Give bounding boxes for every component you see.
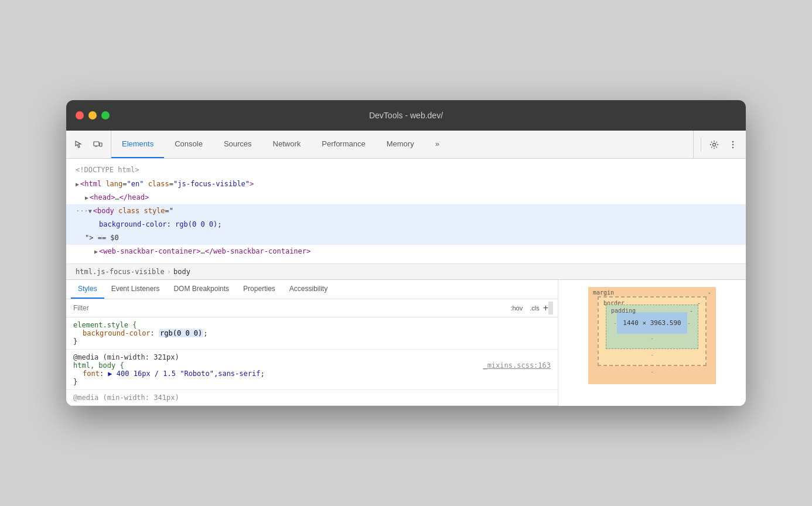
css-selector[interactable]: element.style { (73, 321, 137, 329)
window-title: DevTools - web.dev/ (369, 111, 443, 120)
margin-dash: - (708, 289, 711, 296)
tab-more[interactable]: » (425, 131, 450, 158)
svg-point-5 (732, 144, 733, 145)
close-button[interactable] (76, 111, 84, 119)
filter-bar: :hov .cls + (66, 299, 558, 317)
breadcrumb: html.js-focus-visible › body (66, 264, 746, 280)
dom-line-body[interactable]: ···▼<body class style=" (66, 204, 746, 218)
toolbar-actions (693, 131, 746, 158)
svg-point-4 (732, 141, 733, 142)
box-model-panel: margin - border - padding - - (558, 280, 746, 406)
breadcrumb-item-html[interactable]: html.js-focus-visible (76, 268, 165, 276)
css-rules-panel: element.style { background-color: rgb(0 … (66, 317, 558, 406)
margin-bottom-dash: - (598, 366, 707, 375)
box-content: 1440 × 3963.590 (617, 312, 687, 334)
subtab-list: Styles Event Listeners DOM Breakpoints P… (66, 280, 558, 299)
more-options-button[interactable] (725, 136, 741, 153)
css-rule-element-style: element.style { background-color: rgb(0 … (66, 317, 558, 350)
tab-sources[interactable]: Sources (213, 131, 262, 158)
toolbar-icons (66, 131, 111, 158)
device-toolbar-button[interactable] (90, 136, 106, 153)
toolbar: Elements Console Sources Network Perform… (66, 131, 746, 159)
filter-scrollbar[interactable] (548, 302, 553, 314)
expand-icon: ▶ (94, 248, 98, 255)
dom-line-snackbar[interactable]: ▶<web-snackbar-container>…</web-snackbar… (66, 245, 746, 258)
svg-point-6 (732, 147, 733, 148)
hov-filter-button[interactable]: :hov (507, 303, 526, 313)
css-value-highlight[interactable]: rgb(0 0 0) (159, 329, 203, 337)
inspect-element-button[interactable] (71, 136, 87, 153)
styles-panel: Styles Event Listeners DOM Breakpoints P… (66, 280, 746, 406)
minimize-button[interactable] (88, 111, 97, 119)
subtab-event-listeners[interactable]: Event Listeners (104, 280, 167, 299)
tab-elements[interactable]: Elements (111, 131, 164, 158)
padding-label: padding (611, 307, 636, 314)
tab-memory[interactable]: Memory (376, 131, 425, 158)
subtab-accessibility[interactable]: Accessibility (282, 280, 335, 299)
css-rule-media-321: @media (min-width: 321px) html, body { _… (66, 350, 558, 390)
subtab-properties[interactable]: Properties (236, 280, 282, 299)
css-selector[interactable]: html, body { (73, 361, 124, 370)
svg-rect-0 (94, 142, 99, 146)
svg-rect-1 (100, 143, 102, 146)
dom-line-bgcolor[interactable]: background-color: rgb(0 0 0); (66, 218, 746, 231)
traffic-lights (76, 111, 110, 119)
expand-icon: ▼ (88, 208, 92, 214)
titlebar: DevTools - web.dev/ (66, 100, 746, 131)
css-value[interactable]: ▶ 400 16px / 1.5 "Roboto",sans-serif (108, 370, 260, 378)
cls-filter-button[interactable]: .cls (526, 303, 543, 313)
expand-icon: ▶ (76, 181, 79, 187)
dom-line-body-end[interactable]: "> == $0 (66, 231, 746, 245)
subtab-styles[interactable]: Styles (71, 280, 104, 299)
devtools-window: DevTools - web.dev/ Elements C (66, 100, 746, 405)
css-at-rule: @media (min-width: 321px) (73, 353, 179, 361)
tab-network[interactable]: Network (262, 131, 312, 158)
svg-point-3 (713, 143, 716, 146)
content-size: 1440 × 3963.590 (623, 319, 681, 327)
css-source-link[interactable]: _mixins.scss:163 (483, 361, 551, 370)
css-at-rule-partial: @media (min-width: 341px) (73, 394, 179, 402)
add-style-button[interactable]: + (543, 303, 548, 313)
dom-line-html[interactable]: ▶<html lang="en" class="js-focus-visible… (66, 177, 746, 191)
box-model-diagram: margin - border - padding - - (588, 287, 716, 384)
dom-line-doctype[interactable]: <!DOCTYPE html> (66, 163, 746, 177)
content-side-row: - 1440 × 3963.590 - (613, 312, 691, 334)
filter-input[interactable] (71, 302, 507, 314)
css-property[interactable]: font (83, 370, 100, 378)
css-property[interactable]: background-color (83, 329, 151, 337)
tab-performance[interactable]: Performance (311, 131, 376, 158)
styles-left-panel: Styles Event Listeners DOM Breakpoints P… (66, 280, 558, 406)
padding-bottom-dash: - (613, 334, 691, 341)
dom-panel: <!DOCTYPE html> ▶<html lang="en" class="… (66, 159, 746, 264)
border-bottom-dash: - (606, 349, 698, 358)
dom-line-head[interactable]: ▶<head>…</head> (66, 191, 746, 204)
tab-console[interactable]: Console (164, 131, 213, 158)
box-border: border - padding - - 1440 × 3963.590 (598, 296, 707, 366)
padding-dash: - (690, 307, 693, 314)
tab-list: Elements Console Sources Network Perform… (111, 131, 693, 158)
subtab-dom-breakpoints[interactable]: DOM Breakpoints (166, 280, 236, 299)
expand-icon: ▶ (85, 194, 88, 201)
box-margin: margin - border - padding - - (588, 287, 716, 384)
breadcrumb-item-body[interactable]: body (173, 268, 190, 276)
content-right-dash: - (687, 320, 691, 326)
box-padding: padding - - 1440 × 3963.590 - - (606, 305, 698, 349)
settings-button[interactable] (706, 136, 722, 153)
css-rule-media-341: @media (min-width: 341px) (66, 390, 558, 406)
margin-label: margin (593, 289, 614, 296)
maximize-button[interactable] (101, 111, 110, 119)
